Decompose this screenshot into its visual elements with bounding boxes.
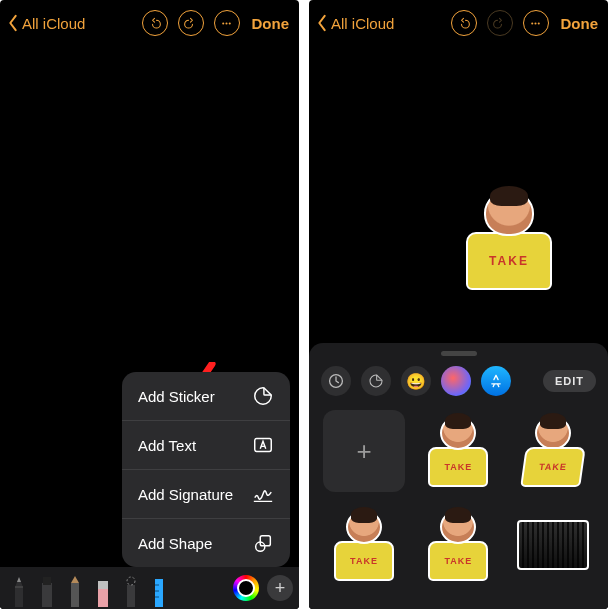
placed-sticker[interactable]: TAKE [461, 190, 557, 300]
sticker-grid: + TAKE TAKE TAKE TAKE [309, 406, 608, 596]
tool-marker[interactable] [34, 571, 60, 607]
redo-icon [493, 17, 506, 30]
menu-add-text[interactable]: Add Text [122, 420, 290, 469]
redo-icon [184, 17, 197, 30]
sticker-drawer: 😀 EDIT + TAKE TAKE TAKE TAKE [309, 343, 608, 609]
back-button[interactable]: All iCloud [315, 14, 394, 32]
nav-bar: All iCloud Done [0, 4, 299, 46]
tool-ruler[interactable] [146, 571, 172, 607]
svg-rect-4 [260, 536, 270, 546]
svg-point-15 [534, 22, 536, 24]
menu-label: Add Signature [138, 486, 233, 503]
signature-icon [252, 483, 274, 505]
svg-rect-13 [155, 579, 163, 607]
drawer-grabber[interactable] [441, 351, 477, 356]
category-stickers[interactable] [361, 366, 391, 396]
menu-add-shape[interactable]: Add Shape [122, 518, 290, 567]
sticker-icon [252, 385, 274, 407]
category-recents[interactable] [321, 366, 351, 396]
phone-right: All iCloud Done TAKE 😀 [309, 0, 608, 609]
back-label: All iCloud [331, 15, 394, 32]
emoji-icon: 😀 [406, 372, 426, 391]
svg-rect-8 [71, 583, 79, 607]
sticker-icon [368, 373, 384, 389]
sticker-cell[interactable] [512, 504, 594, 586]
sticker-cell[interactable]: TAKE [417, 504, 499, 586]
sticker-cell[interactable]: TAKE [417, 410, 499, 492]
menu-label: Add Sticker [138, 388, 215, 405]
redo-button[interactable] [487, 10, 513, 36]
shapes-icon [252, 532, 274, 554]
svg-rect-11 [127, 585, 135, 607]
menu-add-sticker[interactable]: Add Sticker [122, 372, 290, 420]
more-button[interactable] [214, 10, 240, 36]
textbox-icon [252, 434, 274, 456]
add-menu-popup: Add Sticker Add Text Add Signature Add S… [122, 372, 290, 567]
nav-bar: All iCloud Done [309, 4, 608, 46]
category-emoji[interactable]: 😀 [401, 366, 431, 396]
tool-eraser[interactable] [90, 571, 116, 607]
tool-pen[interactable] [6, 571, 32, 607]
svg-rect-7 [43, 577, 51, 585]
done-button[interactable]: Done [252, 15, 290, 32]
svg-point-1 [225, 22, 227, 24]
svg-rect-10 [98, 581, 108, 589]
markup-toolbar: + [0, 567, 299, 609]
phone-left: All iCloud Done Add Sticker Add Text [0, 0, 299, 609]
edit-button[interactable]: EDIT [543, 370, 596, 392]
undo-button[interactable] [451, 10, 477, 36]
add-button[interactable]: + [267, 575, 293, 601]
menu-label: Add Text [138, 437, 196, 454]
chevron-left-icon [315, 14, 329, 32]
add-sticker-cell[interactable]: + [323, 410, 405, 492]
svg-rect-6 [42, 583, 52, 607]
sticker-shirt: TAKE [466, 232, 552, 290]
undo-button[interactable] [142, 10, 168, 36]
svg-point-12 [127, 577, 135, 585]
back-button[interactable]: All iCloud [6, 14, 85, 32]
svg-point-2 [229, 22, 231, 24]
more-button[interactable] [523, 10, 549, 36]
tool-lasso[interactable] [118, 571, 144, 607]
appstore-icon [489, 374, 503, 388]
sticker-cell[interactable]: TAKE [323, 504, 405, 586]
svg-point-0 [222, 22, 224, 24]
svg-point-14 [531, 22, 533, 24]
sticker-category-row: 😀 EDIT [309, 366, 608, 406]
category-photo[interactable] [441, 366, 471, 396]
undo-icon [457, 17, 470, 30]
done-button[interactable]: Done [561, 15, 599, 32]
category-appstore[interactable] [481, 366, 511, 396]
back-label: All iCloud [22, 15, 85, 32]
ellipsis-icon [220, 17, 233, 30]
color-picker[interactable] [233, 575, 259, 601]
tool-pencil[interactable] [62, 571, 88, 607]
ellipsis-icon [529, 17, 542, 30]
clock-icon [328, 373, 344, 389]
svg-rect-9 [98, 587, 108, 607]
svg-point-16 [538, 22, 540, 24]
sticker-face-icon [484, 190, 534, 236]
menu-add-signature[interactable]: Add Signature [122, 469, 290, 518]
chevron-left-icon [6, 14, 20, 32]
sticker-cell[interactable]: TAKE [512, 410, 594, 492]
menu-label: Add Shape [138, 535, 212, 552]
redo-button[interactable] [178, 10, 204, 36]
undo-icon [148, 17, 161, 30]
keyboard-sticker-icon [517, 520, 589, 570]
